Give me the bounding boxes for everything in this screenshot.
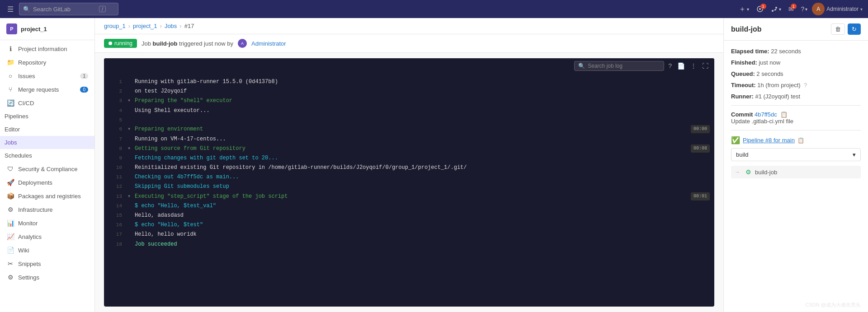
log-line: 16 $ echo "Hello, $test" xyxy=(104,220,714,230)
sidebar-item-editor[interactable]: Editor xyxy=(0,123,94,136)
log-line: 4 Using Shell executor... xyxy=(104,106,714,116)
sidebar-item-label: Wiki xyxy=(18,247,29,254)
avatar[interactable]: A xyxy=(812,3,825,15)
security-icon: 🛡 xyxy=(6,165,14,172)
line-number: 2 xyxy=(108,87,122,96)
breadcrumb-project[interactable]: project_1 xyxy=(133,23,157,29)
line-number: 11 xyxy=(108,173,122,182)
collapse-chevron[interactable]: ▾ xyxy=(127,144,135,153)
line-number: 1 xyxy=(108,78,122,86)
pipeline-copy-icon[interactable]: 📋 xyxy=(797,137,804,144)
avatar-dropdown-icon[interactable]: ▾ xyxy=(860,7,863,12)
job-title: Job build-job triggered just now by xyxy=(142,40,233,47)
line-number: 7 xyxy=(108,135,122,144)
log-text: on test J2oyqoif xyxy=(135,87,187,96)
finished-row: Finished: just now xyxy=(731,59,861,66)
log-line: 12 Skipping Git submodules setup xyxy=(104,182,714,191)
line-number: 15 xyxy=(108,211,122,220)
log-text: Skipping Git submodules setup xyxy=(135,182,229,191)
sidebar-item-repository[interactable]: 📁 Repository xyxy=(0,56,94,69)
queued-label: Queued: xyxy=(731,70,755,77)
breadcrumb-sep-3: › xyxy=(179,23,181,29)
line-number: 14 xyxy=(108,202,122,210)
delete-job-button[interactable]: 🗑 xyxy=(831,23,845,35)
log-search-input[interactable] xyxy=(588,63,660,69)
todos-badge: 1 xyxy=(791,4,797,9)
job-item: → ⚙ build-job xyxy=(731,166,861,178)
line-number: 3 xyxy=(108,97,122,105)
top-navigation: ☰ 🔍 / ＋▾ 1 ▾ ✉ 1 ?▾ A Administrator ▾ xyxy=(0,0,868,18)
sidebar-item-label: Analytics xyxy=(18,233,42,240)
search-icon: 🔍 xyxy=(23,6,30,13)
timeout-label: Timeout: xyxy=(731,82,756,88)
hamburger-icon[interactable]: ☰ xyxy=(5,3,15,15)
sidebar-item-deployments[interactable]: 🚀 Deployments xyxy=(0,176,94,189)
monitor-icon: 📊 xyxy=(6,219,14,227)
global-search-input[interactable] xyxy=(33,6,96,13)
job-running-icon: ⚙ xyxy=(745,168,751,176)
sidebar-item-merge-requests[interactable]: ⑂ Merge requests 0 xyxy=(0,83,94,96)
sidebar-item-label: Schedules xyxy=(5,152,32,159)
line-number: 18 xyxy=(108,240,122,249)
timeout-row: Timeout: 1h (from project) ? xyxy=(731,82,861,88)
collapse-chevron[interactable]: ▾ xyxy=(127,97,135,105)
breadcrumb-group[interactable]: group_1 xyxy=(104,23,126,29)
sidebar-item-pipelines[interactable]: Pipelines xyxy=(0,110,94,123)
line-number: 16 xyxy=(108,221,122,229)
sidebar-item-label: Issues xyxy=(18,73,35,79)
log-search-icon: 🔍 xyxy=(578,63,585,69)
status-dot xyxy=(108,42,112,45)
sidebar-item-jobs[interactable]: Jobs xyxy=(0,136,94,149)
breadcrumb-current: #17 xyxy=(184,23,194,29)
merge-requests-button[interactable]: ▾ xyxy=(768,4,784,14)
line-number: 4 xyxy=(108,107,122,115)
sidebar-item-settings[interactable]: ⚙ Settings xyxy=(0,270,94,284)
sidebar-item-schedules[interactable]: Schedules xyxy=(0,149,94,162)
sidebar-item-packages[interactable]: 📦 Packages and registries xyxy=(0,189,94,203)
log-more-button[interactable]: ⋮ xyxy=(689,61,698,71)
right-panel-body: Elapsed time: 22 seconds Finished: just … xyxy=(724,41,868,186)
finished-value: just now xyxy=(759,59,780,66)
job-header: running Job build-job triggered just now… xyxy=(95,34,723,53)
log-line: 17 Hello, hello woridk xyxy=(104,230,714,239)
log-help-button[interactable]: ? xyxy=(667,61,673,71)
sidebar-item-security[interactable]: 🛡 Security & Compliance xyxy=(0,162,94,176)
sidebar-item-wiki[interactable]: 📄 Wiki xyxy=(0,243,94,257)
main-content: group_1 › project_1 › Jobs › #17 running… xyxy=(95,18,723,312)
sidebar-item-issues[interactable]: ○ Issues 1 xyxy=(0,69,94,83)
breadcrumb-jobs[interactable]: Jobs xyxy=(165,23,177,29)
todos-button[interactable]: ✉ 1 xyxy=(786,4,797,14)
svg-point-1 xyxy=(759,8,761,10)
commit-copy-icon[interactable]: 📋 xyxy=(780,111,788,118)
log-container: 🔍 ? 📄 ⋮ ⛶ 1Running with gitlab-runner 15… xyxy=(104,58,714,307)
sidebar-item-label: Monitor xyxy=(18,220,38,227)
retry-job-button[interactable]: ↻ xyxy=(848,23,861,35)
commit-hash-link[interactable]: 4b7ff5dc xyxy=(755,111,777,118)
sidebar-item-label: Pipelines xyxy=(5,113,28,120)
nav-icon-group: ＋▾ 1 ▾ ✉ 1 ?▾ A Administrator ▾ xyxy=(736,3,863,16)
collapse-chevron[interactable]: ▾ xyxy=(127,192,135,201)
line-number: 5 xyxy=(108,116,122,125)
sidebar-item-infrastructure[interactable]: ⚙ Infrastructure xyxy=(0,203,94,216)
issues-count-badge: 1 xyxy=(80,73,88,79)
sidebar-item-monitor[interactable]: 📊 Monitor xyxy=(0,216,94,230)
stage-dropdown[interactable]: build ▾ xyxy=(731,148,861,161)
log-line: 7 Running on VM-4-17-centos... xyxy=(104,135,714,144)
line-number: 10 xyxy=(108,163,122,172)
sidebar-item-cicd[interactable]: 🔄 CI/CD xyxy=(0,96,94,110)
triggered-by-user[interactable]: Administrator xyxy=(251,40,286,47)
pipeline-link[interactable]: Pipeline #8 for main xyxy=(743,137,795,144)
sidebar-item-analytics[interactable]: 📈 Analytics xyxy=(0,230,94,243)
sidebar-item-snippets[interactable]: ✂ Snippets xyxy=(0,257,94,270)
help-button[interactable]: ?▾ xyxy=(798,4,811,14)
divider-2 xyxy=(731,130,861,130)
issues-button[interactable]: 1 xyxy=(754,4,766,14)
timeout-help-icon[interactable]: ? xyxy=(804,82,807,88)
sidebar-item-project-information[interactable]: ℹ Project information xyxy=(0,42,94,56)
infrastructure-icon: ⚙ xyxy=(6,206,14,213)
log-raw-button[interactable]: 📄 xyxy=(676,61,686,71)
wiki-icon: 📄 xyxy=(6,247,14,254)
log-fullscreen-button[interactable]: ⛶ xyxy=(701,61,710,71)
collapse-chevron[interactable]: ▾ xyxy=(127,125,135,134)
create-button[interactable]: ＋▾ xyxy=(736,3,752,16)
